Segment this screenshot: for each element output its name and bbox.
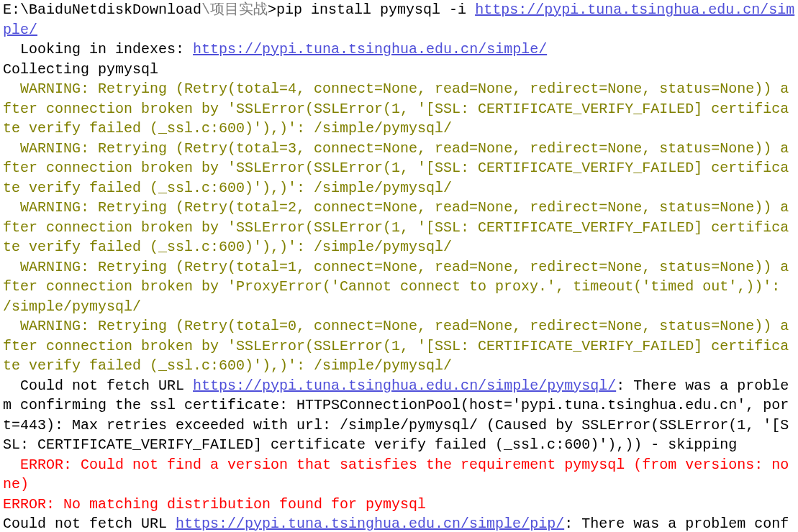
warn-pad bbox=[3, 318, 20, 334]
prompt-path-cjk: \项目实战 bbox=[201, 1, 268, 18]
looking-indexes: Looking in indexes: bbox=[3, 41, 193, 58]
collecting-line: Collecting pymysql bbox=[3, 61, 158, 78]
warning-line-3: WARNING: Retrying (Retry(total=3, connec… bbox=[3, 140, 789, 196]
command-text: pip install pymysql -i bbox=[276, 1, 475, 18]
warn-pad bbox=[3, 259, 20, 275]
error-pad bbox=[3, 457, 20, 473]
warning-line-1: WARNING: Retrying (Retry(total=1, connec… bbox=[3, 259, 789, 315]
error-line-2: ERROR: No matching distribution found fo… bbox=[3, 496, 426, 513]
error-line-1: ERROR: Could not find a version that sat… bbox=[3, 457, 789, 493]
warn-pad bbox=[3, 199, 20, 216]
fetch2-prefix: Could not fetch URL bbox=[3, 515, 176, 532]
looking-url-link[interactable]: https://pypi.tuna.tsinghua.edu.cn/simple… bbox=[193, 41, 547, 58]
pip-url-link[interactable]: https://pypi.tuna.tsinghua.edu.cn/simple… bbox=[176, 515, 564, 532]
fetch-error-text: Could not fetch URL bbox=[3, 377, 193, 394]
warning-line-2: WARNING: Retrying (Retry(total=2, connec… bbox=[3, 199, 789, 255]
terminal-output[interactable]: E:\BaiduNetdiskDownload\项目实战>pip install… bbox=[3, 0, 795, 532]
pymysql-url-link[interactable]: https://pypi.tuna.tsinghua.edu.cn/simple… bbox=[193, 377, 616, 394]
warning-line-0: WARNING: Retrying (Retry(total=0, connec… bbox=[3, 318, 789, 374]
warn-pad bbox=[3, 81, 20, 97]
prompt-path: E:\BaiduNetdiskDownload bbox=[3, 1, 201, 18]
warning-line-4: WARNING: Retrying (Retry(total=4, connec… bbox=[3, 81, 789, 137]
prompt-marker: > bbox=[268, 1, 276, 18]
warn-pad bbox=[3, 140, 20, 157]
